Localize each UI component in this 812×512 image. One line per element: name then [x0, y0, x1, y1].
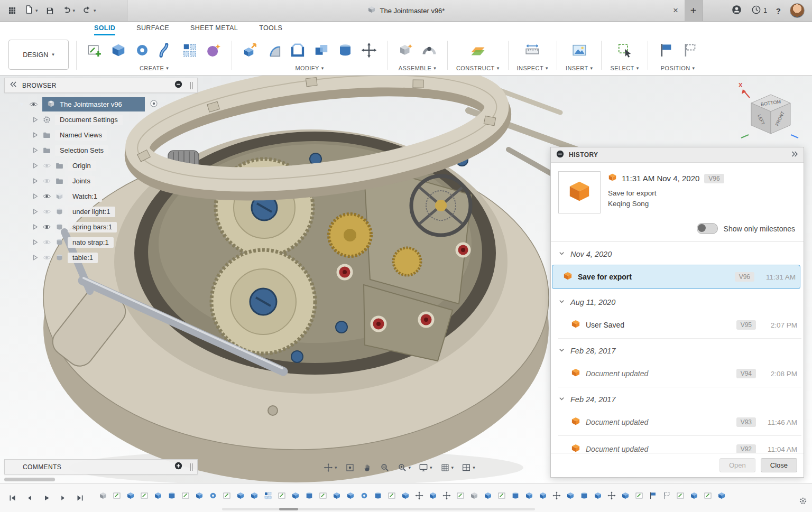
browser-item-selection-sets[interactable]: Selection Sets — [4, 143, 198, 158]
browser-item-under-light-1[interactable]: under light:1 — [4, 204, 198, 219]
measure-icon[interactable] — [523, 41, 542, 60]
panel-drag-grip[interactable] — [190, 82, 193, 89]
timeline-feature-extrude-icon[interactable] — [717, 491, 726, 500]
capture-position-icon[interactable] — [657, 41, 676, 60]
disclosure-triangle-icon[interactable] — [32, 116, 39, 123]
timeline-feature-move-icon[interactable] — [607, 491, 616, 500]
viewports-button[interactable]: ▾ — [462, 463, 475, 472]
fillet-icon[interactable] — [264, 41, 283, 60]
timeline-feature-extrude-icon[interactable] — [291, 491, 300, 500]
new-component-icon[interactable] — [396, 41, 415, 60]
timeline-feature-sketch-icon[interactable] — [181, 491, 190, 500]
browser-item-nato-strap-1[interactable]: nato strap:1 — [4, 235, 198, 250]
visibility-off-icon[interactable] — [42, 207, 51, 216]
collapse-panel-icon[interactable] — [790, 150, 798, 160]
timeline-feature-revolve-icon[interactable] — [359, 491, 368, 500]
pan-button[interactable] — [363, 463, 372, 472]
3d-viewport[interactable]: X BOTTOM LEFT FRONT BROWSER — [0, 76, 812, 483]
insert-image-icon[interactable] — [570, 41, 589, 60]
revolve-icon[interactable] — [133, 41, 152, 60]
disclosure-triangle-icon[interactable] — [32, 239, 39, 246]
browser-item-origin[interactable]: Origin — [4, 158, 198, 173]
timeline-feature-sketch-icon[interactable] — [497, 491, 506, 500]
create-menu[interactable]: CREATE▾ — [140, 64, 169, 75]
help-button[interactable]: ? — [776, 6, 781, 15]
timeline-feature-flag-outline-icon[interactable] — [662, 491, 671, 500]
rectangular-pattern-icon[interactable] — [180, 41, 199, 60]
disclosure-triangle-icon[interactable] — [32, 208, 39, 215]
history-date-group[interactable]: Nov 4, 2020 — [551, 242, 804, 264]
visibility-off-icon[interactable] — [42, 176, 51, 185]
history-date-group[interactable]: Feb 28, 2017 — [551, 339, 804, 360]
history-entry[interactable]: Document updatedV9311:46 AM — [558, 409, 801, 436]
timeline-feature-sketch-icon[interactable] — [112, 491, 121, 500]
orbit-button[interactable]: ▾ — [324, 463, 337, 472]
timeline-feature-move-icon[interactable] — [552, 491, 561, 500]
sweep-icon[interactable] — [156, 41, 176, 60]
timeline-feature-extrude-icon[interactable] — [524, 491, 533, 500]
timeline-feature-extrude-icon[interactable] — [428, 491, 437, 500]
disclosure-triangle-icon[interactable] — [18, 101, 25, 108]
position-menu[interactable]: POSITION▾ — [661, 64, 695, 75]
notifications-button[interactable]: 1 — [751, 5, 767, 17]
open-button[interactable]: Open — [719, 458, 755, 472]
disclosure-triangle-icon[interactable] — [32, 178, 39, 184]
disclosure-triangle-icon[interactable] — [32, 162, 39, 169]
visibility-on-icon[interactable] — [42, 222, 51, 231]
timeline-feature-pattern-icon[interactable] — [263, 491, 272, 500]
disclosure-triangle-icon[interactable] — [32, 254, 39, 261]
timeline-feature-box-gray-icon[interactable] — [98, 491, 107, 500]
step-forward-button[interactable] — [57, 492, 69, 504]
job-status-icon[interactable] — [731, 4, 742, 17]
timeline-feature-extrude-icon[interactable] — [236, 491, 245, 500]
timeline-feature-move-icon[interactable] — [414, 491, 423, 500]
history-entry[interactable]: User SavedV952:07 PM — [558, 312, 801, 339]
timeline-feature-flag-icon[interactable] — [648, 491, 657, 500]
history-date-group[interactable]: Aug 11, 2020 — [551, 290, 804, 312]
timeline-feature-sketch-icon[interactable] — [277, 491, 286, 500]
timeline-feature-extrude-icon[interactable] — [621, 491, 630, 500]
offset-face-icon[interactable] — [336, 41, 355, 60]
view-cube[interactable]: X BOTTOM LEFT FRONT — [738, 80, 801, 139]
visibility-on-icon[interactable] — [42, 192, 51, 201]
browser-item-named-views[interactable]: Named Views — [4, 127, 198, 143]
create-sketch-icon[interactable] — [85, 41, 104, 60]
zoom-button[interactable]: ▾ — [398, 463, 411, 472]
browser-root-item[interactable]: The Jointmaster v96 — [4, 97, 198, 112]
timeline-feature-extrude-icon[interactable] — [153, 491, 162, 500]
timeline-feature-extrude-icon[interactable] — [483, 491, 492, 500]
file-menu-button[interactable]: ▾ — [24, 5, 38, 16]
history-entry[interactable]: Document updatedV942:08 PM — [558, 360, 801, 387]
move-copy-icon[interactable] — [359, 41, 379, 60]
grid-and-snaps-button[interactable]: ▾ — [440, 463, 454, 472]
timeline-feature-cylinder-icon[interactable] — [579, 491, 588, 500]
timeline-feature-sketch-icon[interactable] — [387, 491, 396, 500]
browser-item-document-settings[interactable]: Document Settings — [4, 112, 198, 127]
display-settings-button[interactable]: ▾ — [419, 463, 432, 472]
disclosure-triangle-icon[interactable] — [32, 132, 39, 138]
browser-item-watch-1[interactable]: Watch:1 — [4, 189, 198, 204]
disclosure-triangle-icon[interactable] — [32, 224, 39, 230]
timeline-feature-sketch-icon[interactable] — [140, 491, 149, 500]
look-at-button[interactable] — [345, 463, 355, 472]
milestones-toggle[interactable] — [697, 223, 718, 234]
history-entry[interactable]: Save for exportV9611:31 AM — [552, 265, 800, 289]
undo-button[interactable]: ▾ — [62, 5, 76, 16]
minimize-panel-icon[interactable] — [174, 80, 182, 90]
timeline-feature-cylinder-icon[interactable] — [304, 491, 313, 500]
zoom-window-button[interactable] — [380, 463, 390, 472]
timeline-feature-extrude-icon[interactable] — [689, 491, 698, 500]
document-tab[interactable]: The Jointmaster v96* × — [127, 0, 685, 21]
tab-tools[interactable]: TOOLS — [259, 24, 282, 35]
timeline-feature-extrude-icon[interactable] — [346, 491, 355, 500]
minimize-panel-icon[interactable] — [556, 150, 564, 160]
tab-solid[interactable]: SOLID — [94, 24, 115, 35]
timeline-feature-sketch-icon[interactable] — [456, 491, 465, 500]
inspect-menu[interactable]: INSPECT▾ — [517, 64, 548, 75]
comments-header[interactable]: COMMENTS — [4, 459, 198, 474]
browser-item-joints[interactable]: Joints — [4, 173, 198, 189]
timeline-feature-sketch-icon[interactable] — [634, 491, 643, 500]
extrude-icon[interactable] — [109, 41, 128, 60]
timeline-feature-extrude-icon[interactable] — [126, 491, 135, 500]
tab-surface[interactable]: SURFACE — [136, 24, 169, 35]
